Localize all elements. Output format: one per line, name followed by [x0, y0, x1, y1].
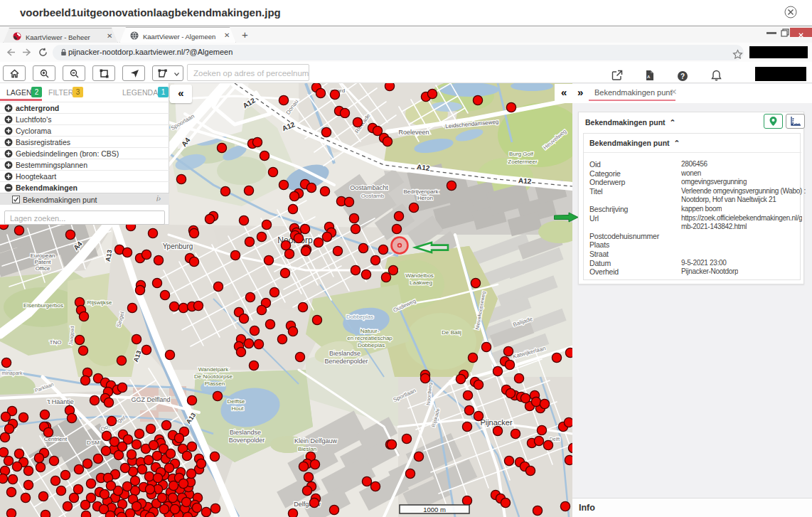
- svg-text:Rijswijkse: Rijswijkse: [87, 299, 112, 306]
- svg-text:Plassen: Plassen: [205, 380, 225, 387]
- svg-text:Bovenpolder: Bovenpolder: [229, 437, 265, 444]
- svg-text:A12: A12: [417, 163, 431, 172]
- svg-text:Benedenpolder: Benedenpolder: [324, 358, 368, 365]
- svg-text:Laakweg: Laakweg: [410, 279, 432, 286]
- svg-text:European: European: [31, 252, 55, 259]
- svg-text:Wandelbos: Wandelbos: [405, 272, 434, 279]
- svg-text:Zoetermeer: Zoetermeer: [508, 159, 538, 165]
- svg-text:Elsenburgerbos: Elsenburgerbos: [23, 302, 63, 309]
- svg-text:1000 m: 1000 m: [423, 506, 446, 513]
- svg-text:Oostamb: Oostamb: [361, 193, 385, 199]
- svg-text:Delftse: Delftse: [228, 398, 245, 405]
- svg-text:Wandelpark: Wandelpark: [198, 366, 229, 373]
- svg-text:Bieslandse: Bieslandse: [230, 429, 261, 436]
- svg-text:Pijnacker: Pijnacker: [480, 418, 513, 427]
- svg-text:'t Haantje: 't Haantje: [47, 398, 74, 405]
- svg-text:Oostambacht: Oostambacht: [350, 184, 388, 191]
- svg-text:DSM: DSM: [87, 439, 100, 446]
- svg-text:Bedrijvenpark: Bedrijvenpark: [404, 188, 439, 195]
- svg-text:Bieslan: Bieslan: [298, 446, 316, 452]
- svg-text:A: A: [647, 75, 651, 79]
- svg-text:Dobbeplas: Dobbeplas: [346, 314, 373, 320]
- svg-text:GGZ Delfland: GGZ Delfland: [131, 396, 170, 403]
- svg-text:Ypenburg: Ypenburg: [163, 242, 193, 250]
- svg-text:Klein Delfgauw: Klein Delfgauw: [294, 437, 338, 444]
- svg-text:Natuur-: Natuur-: [360, 328, 380, 334]
- svg-text:De Balij: De Balij: [442, 329, 461, 336]
- svg-text:Office: Office: [36, 265, 50, 272]
- svg-text:Patent: Patent: [34, 259, 51, 265]
- svg-text:De Nootdorpse: De Nootdorpse: [194, 373, 233, 380]
- svg-text:Roeleveen: Roeleveen: [398, 129, 429, 136]
- svg-text:en recreatieschap: en recreatieschap: [347, 335, 392, 341]
- svg-text:Burg Golf: Burg Golf: [509, 151, 534, 157]
- svg-text:A12: A12: [518, 176, 533, 185]
- svg-text:Dobbeplas: Dobbeplas: [358, 342, 385, 348]
- svg-text:minapark: minapark: [2, 371, 23, 376]
- svg-text:?: ?: [680, 73, 685, 80]
- svg-text:TNO: TNO: [50, 339, 62, 346]
- svg-text:Hout: Hout: [232, 405, 245, 412]
- svg-text:Bieslandse: Bieslandse: [329, 350, 360, 357]
- svg-text:Heron: Heron: [417, 195, 433, 201]
